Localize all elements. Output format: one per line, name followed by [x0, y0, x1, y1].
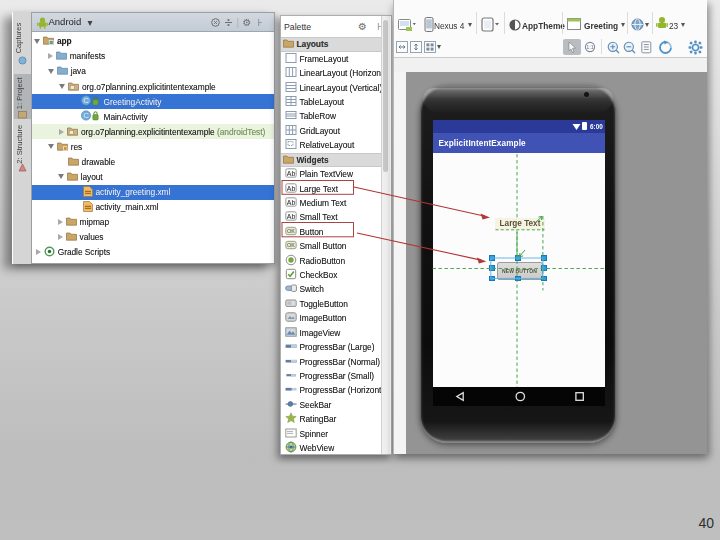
- svg-text:1:1: 1:1: [586, 44, 594, 50]
- svg-text:Ab: Ab: [286, 213, 295, 220]
- svg-text:C: C: [83, 96, 89, 105]
- svg-text:OK: OK: [287, 228, 295, 234]
- svg-text:C: C: [83, 111, 89, 120]
- svg-text:Ab: Ab: [286, 184, 295, 191]
- svg-text:Ab: Ab: [286, 199, 295, 206]
- svg-text:OK: OK: [287, 242, 295, 248]
- svg-text:Ab: Ab: [286, 170, 295, 177]
